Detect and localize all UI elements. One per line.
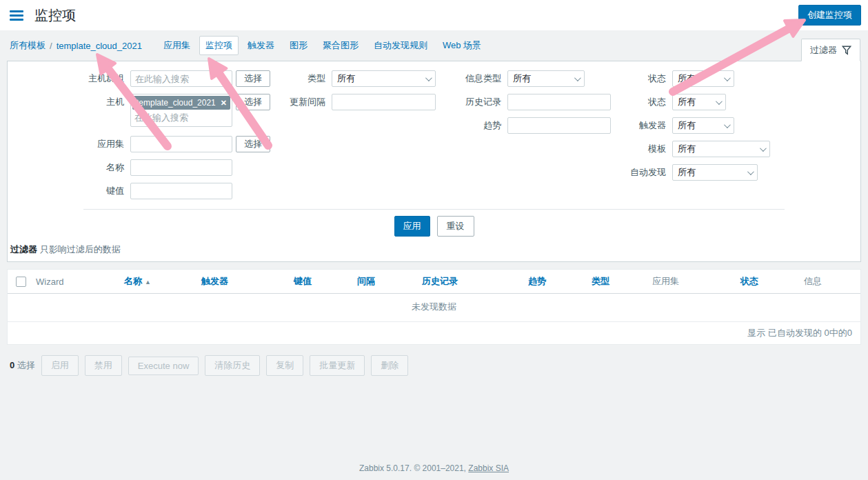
hosts-select-button[interactable]: 选择: [236, 94, 270, 110]
application-input[interactable]: [130, 136, 232, 152]
type-select[interactable]: 所有: [332, 70, 436, 87]
tab-triggers[interactable]: 触发器: [241, 36, 281, 55]
filter-note-text: 只影响过滤后的数据: [40, 244, 121, 254]
hosts-input-placeholder[interactable]: 在此输入搜索: [132, 110, 230, 125]
filter-tab-label: 过滤器: [810, 44, 837, 57]
update-interval-label: 更新间隔: [273, 94, 332, 110]
breadcrumb-all-templates[interactable]: 所有模板: [10, 39, 46, 52]
template-select[interactable]: 所有: [672, 141, 770, 157]
breadcrumb-separator: /: [50, 41, 52, 51]
footer-version-text: Zabbix 5.0.17. © 2001–2021,: [359, 463, 468, 473]
tab-graphs[interactable]: 图形: [283, 36, 314, 55]
info-type-select-value: 所有: [513, 72, 531, 85]
filter-note-title: 过滤器: [10, 244, 37, 254]
discovery-select-value: 所有: [678, 166, 696, 179]
filter-divider: [83, 209, 785, 210]
chevron-down-icon: [716, 98, 723, 105]
tab-web-scenarios[interactable]: Web 场景: [436, 36, 487, 55]
triggers-select-value: 所有: [678, 119, 696, 132]
footer-zabbix-sia-link[interactable]: Zabbix SIA: [468, 463, 509, 473]
column-triggers-link[interactable]: 触发器: [201, 276, 228, 286]
column-interval-link[interactable]: 间隔: [357, 276, 375, 286]
application-select-button[interactable]: 选择: [236, 136, 270, 152]
column-trends-link[interactable]: 趋势: [528, 276, 546, 286]
filter-note: 过滤器 只影响过滤后的数据: [10, 243, 860, 256]
discovery-label: 自动发现: [614, 164, 672, 181]
sort-ascending-icon: ▲: [145, 279, 151, 286]
breadcrumb-nav-row: 所有模板 / template_cloud_2021 应用集 监控项 触发器 图…: [0, 30, 868, 61]
column-key-link[interactable]: 键值: [294, 276, 312, 286]
create-item-button[interactable]: 创建监控项: [798, 5, 861, 26]
filter-column-4: 状态 所有 状态 所有 触发器 所有: [614, 70, 770, 188]
delete-button[interactable]: 删除: [371, 355, 408, 376]
disable-button[interactable]: 禁用: [85, 355, 122, 376]
items-table: Wizard 名称▲ 触发器 键值 间隔 历史记录 趋势 类型 应用集 状态 信…: [7, 269, 861, 345]
status-select[interactable]: 所有: [672, 70, 734, 87]
page-footer: Zabbix 5.0.17. © 2001–2021, Zabbix SIA: [0, 463, 868, 473]
mass-update-button[interactable]: 批量更新: [310, 355, 365, 376]
state-label: 状态: [614, 94, 672, 110]
no-data-text: 未发现数据: [8, 294, 860, 322]
host-groups-select-button[interactable]: 选择: [236, 70, 270, 87]
application-label: 应用集: [77, 136, 130, 152]
triggers-select[interactable]: 所有: [672, 117, 734, 134]
discovery-select[interactable]: 所有: [672, 164, 758, 181]
selected-count-label: 选择: [17, 360, 35, 370]
chevron-down-icon: [574, 74, 581, 81]
mass-action-bar: 0 选择 启用 禁用 Execute now 清除历史 复制 批量更新 删除: [10, 355, 861, 376]
funnel-icon: [842, 46, 851, 55]
host-groups-input[interactable]: [130, 70, 232, 87]
chevron-down-icon: [724, 74, 731, 81]
select-all-checkbox[interactable]: [16, 277, 26, 287]
filter-panel: 主机群组 选择 主机 template_cloud_2021 ✕ 在此输入搜索 …: [7, 61, 861, 262]
apply-button[interactable]: 应用: [394, 216, 430, 237]
host-groups-label: 主机群组: [77, 70, 130, 87]
tab-screens[interactable]: 聚合图形: [316, 36, 365, 55]
displaying-count-text: 显示 已自动发现的 0中的0: [8, 322, 860, 345]
key-label: 键值: [77, 183, 130, 199]
column-status-link[interactable]: 状态: [740, 276, 758, 286]
trends-input[interactable]: [507, 117, 611, 134]
trends-label: 趋势: [449, 117, 507, 134]
hamburger-menu-icon[interactable]: [10, 10, 23, 21]
filter-toggle-tab[interactable]: 过滤器: [801, 39, 860, 61]
key-input[interactable]: [130, 183, 232, 199]
hosts-label: 主机: [77, 94, 130, 110]
selected-count: 0 选择: [10, 359, 35, 372]
state-select-value: 所有: [678, 96, 696, 108]
chevron-down-icon: [747, 168, 754, 175]
copy-button[interactable]: 复制: [266, 355, 303, 376]
chevron-down-icon: [760, 145, 767, 152]
column-type-link[interactable]: 类型: [592, 276, 609, 286]
chevron-down-icon: [724, 121, 731, 128]
status-label: 状态: [614, 70, 672, 87]
enable-button[interactable]: 启用: [41, 355, 79, 376]
type-select-value: 所有: [337, 72, 355, 85]
filter-column-2: 类型 所有 更新间隔: [273, 70, 436, 117]
column-applications: 应用集: [649, 270, 737, 294]
name-input[interactable]: [130, 159, 232, 176]
entity-tabs: 应用集 监控项 触发器 图形 聚合图形 自动发现规则 Web 场景: [157, 36, 487, 55]
column-wizard: Wizard: [32, 270, 121, 294]
update-interval-input[interactable]: [332, 94, 436, 110]
hosts-multiselect[interactable]: template_cloud_2021 ✕ 在此输入搜索: [130, 94, 232, 127]
column-history-link[interactable]: 历史记录: [422, 276, 458, 286]
tab-applications[interactable]: 应用集: [157, 36, 196, 55]
table-header-row: Wizard 名称▲ 触发器 键值 间隔 历史记录 趋势 类型 应用集 状态 信…: [8, 270, 860, 294]
tab-items[interactable]: 监控项: [199, 36, 239, 55]
host-chip-remove-icon[interactable]: ✕: [221, 99, 227, 108]
breadcrumb-template-name[interactable]: template_cloud_2021: [57, 41, 142, 51]
info-type-select[interactable]: 所有: [507, 70, 585, 87]
triggers-label: 触发器: [614, 117, 672, 134]
info-type-label: 信息类型: [449, 70, 507, 87]
state-select[interactable]: 所有: [672, 94, 726, 110]
history-input[interactable]: [507, 94, 611, 110]
reset-button[interactable]: 重设: [437, 216, 474, 237]
host-chip: template_cloud_2021 ✕: [132, 96, 230, 110]
tab-discovery-rules[interactable]: 自动发现规则: [367, 36, 434, 55]
page-title: 监控项: [34, 6, 76, 25]
clear-history-button[interactable]: 清除历史: [205, 355, 260, 376]
execute-now-button[interactable]: Execute now: [128, 357, 199, 375]
template-select-value: 所有: [678, 143, 696, 155]
column-name-link[interactable]: 名称: [124, 276, 142, 286]
